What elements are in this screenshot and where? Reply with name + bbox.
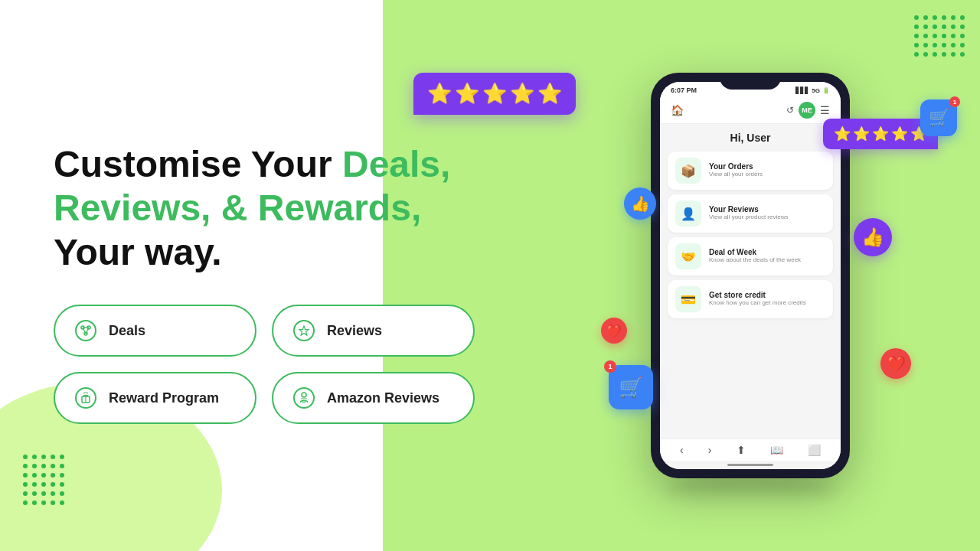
- deal-sub: Know about the deals of the week: [709, 256, 801, 264]
- forward-icon[interactable]: ›: [708, 444, 712, 456]
- deals-button[interactable]: Deals: [54, 305, 256, 357]
- home-icon: 🏠: [671, 104, 684, 116]
- status-icons: ▋▋▋ 5G 🔋: [795, 87, 830, 94]
- credit-icon: 💳: [675, 286, 701, 312]
- back-icon[interactable]: ‹: [680, 444, 684, 456]
- orders-sub: View all your orders: [709, 171, 763, 178]
- phone-screen: 6:07 PM ▋▋▋ 5G 🔋 🏠 ↺ ME ☰: [660, 82, 841, 469]
- headline-line2: Reviews, & Rewards,: [54, 187, 421, 228]
- thumbs-up-right: 👍: [854, 218, 892, 256]
- browser-bar: ‹ › ⬆ 📖 ⬜: [660, 439, 841, 461]
- credit-card-item[interactable]: 💳 Get store credit Know how you can get …: [668, 280, 833, 318]
- headline-line3: Your way.: [54, 232, 222, 272]
- feature-buttons: Deals Reviews: [54, 305, 475, 424]
- heart-left: ❤️: [601, 318, 627, 344]
- thumbs-up-left: 👍: [624, 187, 656, 220]
- phone-mockup: 👍 👍 ❤️ ❤️ 🛒 1 6:07 PM ▋: [651, 73, 850, 478]
- orders-card[interactable]: 📦 Your Orders View all your orders: [668, 152, 833, 190]
- reward-button[interactable]: Reward Program: [54, 372, 256, 424]
- reviews-icon: [290, 317, 318, 344]
- stars-speech-bubble-top: ⭐⭐⭐⭐⭐: [413, 73, 576, 115]
- reviews-button[interactable]: Reviews: [272, 305, 475, 357]
- left-panel: Customise Your Deals, Reviews, & Rewards…: [0, 96, 521, 455]
- app-content: Hi, User 📦 Your Orders View all your ord…: [660, 124, 841, 439]
- amazon-button[interactable]: Amazon Reviews: [272, 372, 475, 424]
- headline: Customise Your Deals, Reviews, & Rewards…: [54, 142, 475, 275]
- phone-time: 6:07 PM: [671, 86, 697, 94]
- credit-title: Get store credit: [709, 291, 806, 299]
- nav-icons: ↺ ME ☰: [786, 102, 830, 119]
- phone-notch: [720, 73, 781, 90]
- credit-sub: Know how you can get more credits: [709, 299, 806, 307]
- menu-icon: ☰: [820, 104, 830, 116]
- reviews-label: Reviews: [327, 323, 382, 339]
- deals-label: Deals: [109, 323, 145, 339]
- book-icon[interactable]: 📖: [770, 444, 783, 456]
- amazon-label: Amazon Reviews: [327, 390, 439, 406]
- svg-point-7: [294, 321, 314, 341]
- reward-label: Reward Program: [109, 390, 219, 406]
- reviews-card-icon: 👤: [675, 201, 701, 227]
- reviews-card-title: Your Reviews: [709, 205, 788, 214]
- deal-icon: 🤝: [675, 243, 701, 269]
- app-nav: 🏠 ↺ ME ☰: [660, 97, 841, 124]
- shop-badge: 1: [949, 96, 960, 107]
- reviews-card[interactable]: 👤 Your Reviews View all your product rev…: [668, 194, 833, 233]
- svg-point-13: [302, 393, 306, 397]
- home-indicator: [660, 461, 841, 469]
- share-icon[interactable]: ⬆: [737, 444, 746, 456]
- svg-point-12: [294, 388, 314, 408]
- deal-title: Deal of Week: [709, 248, 801, 256]
- tabs-icon[interactable]: ⬜: [808, 444, 821, 456]
- reward-icon: [72, 384, 100, 412]
- headline-line1: Customise Your: [54, 144, 342, 184]
- corner-shop-badge: 🛒 1: [920, 99, 957, 136]
- reviews-card-sub: View all your product reviews: [709, 214, 788, 221]
- headline-deals: Deals,: [342, 144, 450, 184]
- deals-icon: [72, 317, 100, 344]
- refresh-icon: ↺: [786, 105, 794, 116]
- amazon-icon: [290, 384, 318, 412]
- phone-device: 6:07 PM ▋▋▋ 5G 🔋 🏠 ↺ ME ☰: [651, 73, 850, 478]
- cart-badge: 1: [604, 360, 616, 373]
- deal-card[interactable]: 🤝 Deal of Week Know about the deals of t…: [668, 237, 833, 276]
- app-greeting: Hi, User: [668, 132, 833, 144]
- floating-cart: 🛒 1: [609, 365, 653, 409]
- orders-icon: 📦: [675, 158, 701, 184]
- heart-right: ❤️: [880, 348, 911, 379]
- nav-avatar: ME: [799, 102, 815, 119]
- svg-marker-8: [299, 326, 309, 335]
- phone-reflection: [666, 478, 835, 501]
- orders-title: Your Orders: [709, 162, 763, 171]
- svg-point-0: [76, 321, 96, 341]
